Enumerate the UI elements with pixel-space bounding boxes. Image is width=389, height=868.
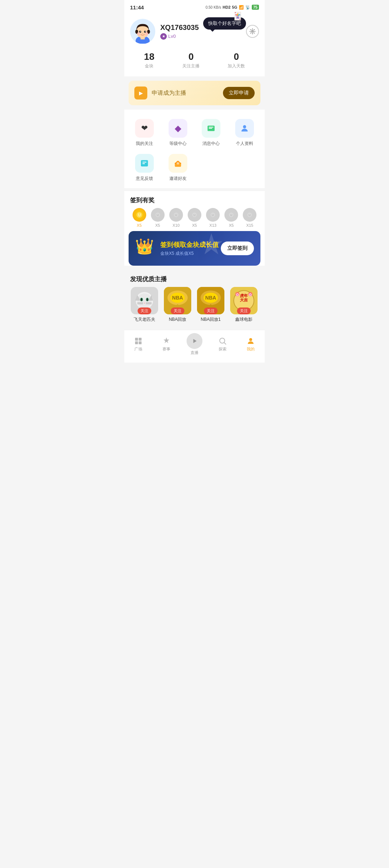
svg-line-57	[184, 304, 185, 309]
dot-item-5: U X13	[204, 208, 222, 227]
signin-banner: ★ 👑 签到领取金块成长值 金块X5 成长值X5 立即签到	[129, 231, 260, 266]
stat-gold-value: 18	[144, 51, 155, 62]
menu-item-message[interactable]: 消息中心	[194, 115, 228, 150]
nav-item-live[interactable]: 直播	[180, 333, 209, 355]
signin-title: 签到有奖	[124, 191, 265, 208]
avatar[interactable]	[130, 19, 155, 44]
nav-label-plaza: 广场	[134, 346, 142, 352]
svg-point-13	[252, 31, 254, 32]
profile-top: XQ1763035 Lv0 🃏 快取个好名字吧	[130, 19, 259, 44]
stats-row: 18 金块 0 关注主播 0 加入天数	[130, 44, 259, 69]
dot-item-4: U X5	[185, 208, 204, 227]
broadcaster-banner: 申请成为主播 立即申请	[129, 81, 260, 105]
avatar-svg	[130, 19, 155, 44]
follow-badge-2[interactable]: 关注	[204, 307, 218, 314]
banner-star-deco: ★	[198, 231, 224, 261]
menu-grid: ❤ 我的关注 ◆ 等级中心 消息中心 个人	[124, 115, 265, 185]
bottom-nav: 广场 赛事 直播 探索 我的	[124, 330, 265, 363]
follow-badge-3[interactable]: 关注	[237, 307, 251, 314]
svg-rect-77	[139, 341, 142, 344]
svg-text:U: U	[230, 213, 232, 217]
nav-label-live: 直播	[191, 350, 198, 355]
dot-7-label: X15	[246, 223, 254, 227]
menu-item-following[interactable]: ❤ 我的关注	[128, 115, 161, 150]
svg-point-8	[140, 31, 141, 32]
broadcaster-card-3[interactable]: 虎年 大吉 🌸 🌸 关注 鑫球电影	[229, 287, 258, 323]
level-center-label: 等级中心	[169, 141, 187, 147]
svg-line-64	[217, 304, 218, 309]
apply-button[interactable]: 立即申请	[223, 87, 255, 99]
signin-dots: U X5 U X5 U X10	[124, 208, 265, 227]
menu-item-feedback[interactable]: 意见反馈	[128, 150, 161, 185]
svg-text:大吉: 大吉	[240, 298, 248, 302]
signin-button[interactable]: 立即签到	[221, 242, 254, 255]
nav-item-sports[interactable]: 赛事	[152, 337, 180, 352]
svg-point-45	[147, 298, 148, 301]
level-center-icon: ◆	[169, 119, 187, 138]
level-badge: Lv0	[160, 33, 176, 40]
nav-item-mine[interactable]: 我的	[237, 337, 265, 352]
dot-item-2: U X5	[148, 208, 167, 227]
stat-gold: 18 金块	[144, 51, 155, 69]
dot-item-6: U X5	[222, 208, 241, 227]
broadcaster-card-2[interactable]: NBA 关注 NBA回放1	[196, 287, 225, 323]
dot-6-label: X5	[229, 223, 234, 227]
svg-text:🌸: 🌸	[236, 293, 239, 296]
signin-section: 签到有奖 U X5 U X5	[124, 191, 265, 266]
settings-button[interactable]	[246, 25, 259, 38]
svg-text:U: U	[138, 213, 140, 217]
nav-item-explore[interactable]: 探索	[209, 337, 237, 352]
broadcaster-card-1[interactable]: NBA 关注 NBA回放	[163, 287, 192, 323]
svg-point-12	[145, 32, 148, 36]
svg-rect-22	[177, 163, 179, 164]
svg-text:🌸: 🌸	[249, 293, 252, 296]
svg-line-80	[224, 342, 226, 344]
discover-title: 发现优质主播	[124, 270, 265, 287]
svg-point-17	[243, 125, 246, 128]
broadcaster-name-2: NBA回放1	[201, 316, 220, 323]
battery-indicator: 75	[252, 5, 259, 10]
follow-badge-1[interactable]: 关注	[171, 307, 184, 314]
plaza-icon	[134, 337, 143, 345]
signal-bars: 📶	[239, 5, 244, 10]
level-text: Lv0	[168, 34, 176, 39]
status-time: 11:44	[130, 4, 144, 10]
svg-text:U: U	[175, 213, 177, 217]
dot-item-7: U X15	[241, 208, 259, 227]
5g-icon: 5G	[232, 5, 237, 9]
broadcaster-banner-text: 申请成为主播	[152, 89, 223, 97]
crown-icon: 👑	[135, 238, 157, 259]
menu-item-level[interactable]: ◆ 等级中心	[161, 115, 195, 150]
dot-4-circle: U	[188, 208, 201, 222]
svg-text:U: U	[193, 213, 196, 217]
svg-text:U: U	[212, 213, 214, 217]
svg-rect-74	[135, 338, 138, 341]
menu-item-invite[interactable]: 邀请好友	[161, 150, 195, 185]
following-label: 我的关注	[136, 141, 153, 147]
wifi-icon: 📡	[245, 5, 250, 10]
stat-following: 0 关注主播	[182, 51, 200, 69]
svg-text:U: U	[249, 213, 251, 217]
svg-rect-75	[139, 338, 142, 341]
status-bar: 11:44 0.50 KB/s HD2 5G 📶 📡 75	[124, 0, 265, 13]
broadcaster-list: 关注 飞天老匹夫 NBA 关注 NBA回放	[124, 287, 265, 327]
following-icon: ❤	[135, 119, 154, 138]
dot-6-circle: U	[224, 208, 238, 222]
follow-badge-0[interactable]: 关注	[138, 307, 151, 314]
svg-text:NBA: NBA	[205, 295, 216, 301]
svg-point-9	[145, 31, 146, 32]
profile-icon	[235, 119, 254, 138]
broadcaster-card-0[interactable]: 关注 飞天老匹夫	[130, 287, 159, 323]
broadcaster-avatar-2: NBA 关注	[197, 287, 224, 314]
svg-text:U: U	[157, 213, 159, 217]
broadcaster-avatar-3: 虎年 大吉 🌸 🌸 关注	[230, 287, 258, 314]
svg-text:NBA: NBA	[172, 295, 183, 301]
stat-days: 0 加入天数	[228, 51, 245, 69]
broadcaster-name-3: 鑫球电影	[235, 316, 252, 323]
profile-edit-label: 个人资料	[236, 141, 253, 147]
menu-item-profile[interactable]: 个人资料	[228, 115, 261, 150]
svg-point-81	[249, 338, 252, 341]
live-button-circle	[187, 333, 202, 349]
dot-item-3: U X10	[167, 208, 185, 227]
nav-item-plaza[interactable]: 广场	[124, 337, 152, 352]
